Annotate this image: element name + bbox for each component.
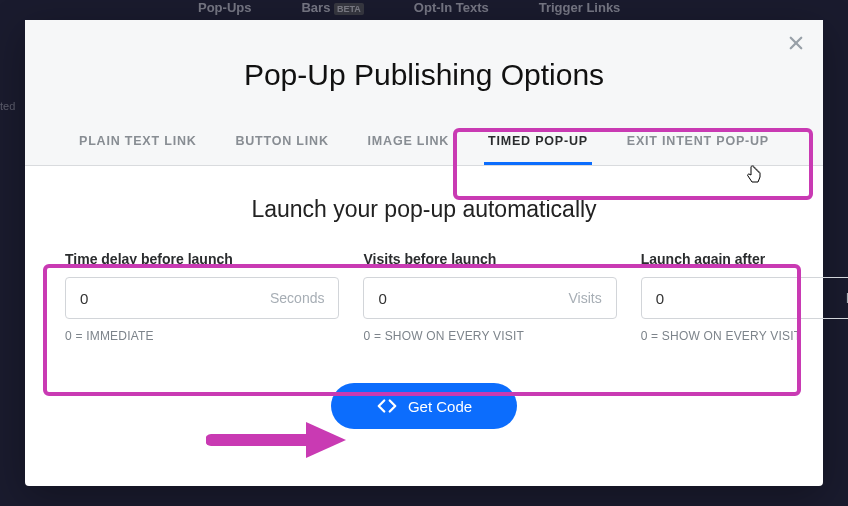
launch-again-input-wrap[interactable]: Days <box>641 277 848 319</box>
bg-left-text: ted <box>0 0 25 506</box>
tab-image-link[interactable]: IMAGE LINK <box>364 122 454 165</box>
get-code-button[interactable]: Get Code <box>331 383 517 429</box>
tabs: PLAIN TEXT LINK BUTTON LINK IMAGE LINK T… <box>45 122 803 165</box>
visits-input-wrap[interactable]: Visits <box>363 277 616 319</box>
visits-input[interactable] <box>378 290 568 307</box>
get-code-label: Get Code <box>408 398 472 415</box>
field-label: Visits before launch <box>363 251 616 267</box>
field-hint: 0 = IMMEDIATE <box>65 329 339 343</box>
modal-title: Pop-Up Publishing Options <box>45 38 803 122</box>
unit-label: Seconds <box>270 290 324 306</box>
tab-timed-popup[interactable]: TIMED POP-UP <box>484 122 592 165</box>
section-subtitle: Launch your pop-up automatically <box>65 196 783 223</box>
launch-again-input[interactable] <box>656 290 846 307</box>
field-label: Time delay before launch <box>65 251 339 267</box>
tab-button-link[interactable]: BUTTON LINK <box>231 122 332 165</box>
field-hint: 0 = SHOW ON EVERY VISIT <box>363 329 616 343</box>
field-launch-again: Launch again after Days 0 = SHOW ON EVER… <box>641 251 848 343</box>
tab-plain-text-link[interactable]: PLAIN TEXT LINK <box>75 122 201 165</box>
fields-row: Time delay before launch Seconds 0 = IMM… <box>65 251 783 343</box>
modal-body: Launch your pop-up automatically Time de… <box>25 166 823 486</box>
unit-label: Visits <box>568 290 601 306</box>
code-icon <box>376 398 398 414</box>
publishing-options-modal: Pop-Up Publishing Options PLAIN TEXT LIN… <box>25 20 823 486</box>
tab-exit-intent-popup[interactable]: EXIT INTENT POP-UP <box>623 122 773 165</box>
bg-nav: Pop-Ups Bars BETA Opt-In Texts Trigger L… <box>0 0 848 20</box>
close-button[interactable] <box>787 34 807 54</box>
field-label: Launch again after <box>641 251 848 267</box>
field-visits-before: Visits before launch Visits 0 = SHOW ON … <box>363 251 616 343</box>
field-time-delay: Time delay before launch Seconds 0 = IMM… <box>65 251 339 343</box>
time-delay-input[interactable] <box>80 290 270 307</box>
close-icon <box>787 34 805 52</box>
modal-header: Pop-Up Publishing Options PLAIN TEXT LIN… <box>25 20 823 166</box>
field-hint: 0 = SHOW ON EVERY VISIT <box>641 329 848 343</box>
time-delay-input-wrap[interactable]: Seconds <box>65 277 339 319</box>
